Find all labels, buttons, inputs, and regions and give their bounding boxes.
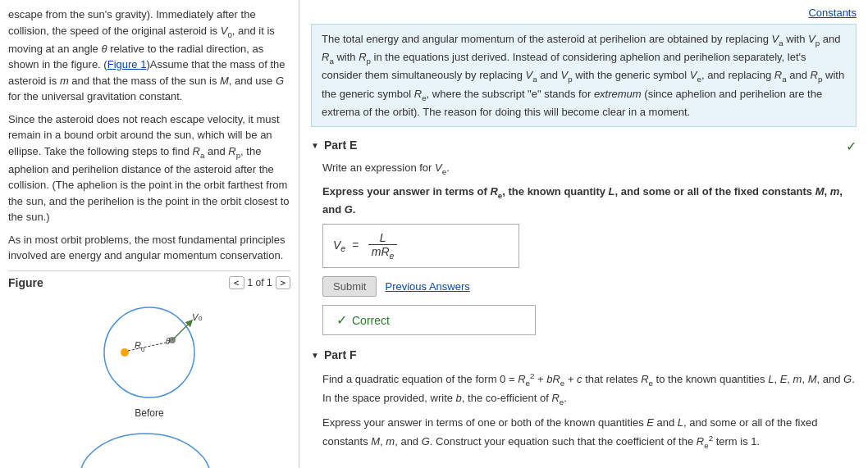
svg-point-0: [104, 307, 194, 398]
part-e-content: Write an expression for Ve. Express your…: [311, 160, 857, 335]
part-e-answer-math: Ve = L mRe: [333, 231, 397, 261]
part-e-label: Part E: [324, 139, 357, 152]
before-diagram: R 0 V 0 θ Before: [59, 299, 240, 419]
before-label: Before: [135, 407, 163, 419]
figure-label: Figure: [8, 276, 43, 289]
svg-point-10: [80, 434, 211, 468]
part-f-header[interactable]: ▼ Part F: [311, 348, 857, 361]
right-panel: Constants The total energy and angular m…: [299, 0, 868, 468]
info-text: The total energy and angular momentum of…: [322, 33, 844, 118]
correct-label: Correct: [352, 314, 390, 327]
part-f-text1: Find a quadratic equation of the form 0 …: [322, 370, 857, 408]
part-f-content: Find a quadratic equation of the form 0 …: [311, 370, 857, 452]
previous-answers-link[interactable]: Previous Answers: [385, 280, 469, 293]
figure-next-button[interactable]: >: [276, 276, 290, 289]
part-e-header[interactable]: ▼ Part E: [311, 139, 357, 152]
part-f-triangle: ▼: [311, 351, 319, 360]
svg-text:0: 0: [199, 315, 203, 322]
left-para-3: As in most orbit problems, the most fund…: [8, 232, 290, 264]
left-para-2: Since the asteroid does not reach escape…: [8, 111, 290, 225]
submit-button[interactable]: Submit: [322, 276, 377, 297]
svg-point-1: [121, 348, 129, 357]
after-svg: R p R a: [59, 425, 240, 468]
part-f-label: Part F: [324, 348, 357, 361]
constants-link-container: Constants: [311, 7, 857, 19]
part-e-checkmark: ✓: [846, 139, 857, 154]
left-para-1: escape from the sun's gravity). Immediat…: [8, 7, 290, 105]
svg-line-6: [172, 322, 190, 340]
part-e-header-row: ▼ Part E ✓: [311, 139, 857, 160]
part-e-question: Write an expression for Ve.: [322, 160, 857, 178]
figure-header: Figure < 1 of 1 >: [8, 270, 290, 293]
after-diagram: R p R a After: [59, 425, 240, 468]
part-f-text2: Express your answer in terms of one or b…: [322, 415, 857, 452]
part-e-express: Express your answer in terms of Re, the …: [322, 184, 857, 218]
part-e-triangle: ▼: [311, 141, 319, 150]
figure-container: R 0 V 0 θ Before: [8, 293, 290, 468]
left-panel: escape from the sun's gravity). Immediat…: [0, 0, 299, 468]
constants-link[interactable]: Constants: [808, 7, 857, 19]
figure-link[interactable]: Figure 1: [107, 58, 147, 70]
figure-prev-button[interactable]: <: [229, 276, 244, 289]
part-f-section: ▼ Part F Find a quadratic equation of th…: [311, 348, 857, 452]
part-e-section: ▼ Part E ✓ Write an expression for Ve. E…: [311, 139, 857, 335]
correct-check-icon: ✓: [336, 312, 347, 328]
part-e-buttons-row: Submit Previous Answers: [322, 276, 857, 297]
before-svg: R 0 V 0 θ: [59, 299, 240, 406]
figure-navigation[interactable]: < 1 of 1 >: [229, 276, 290, 289]
figure-page: 1 of 1: [248, 277, 272, 289]
part-e-answer-box: Ve = L mRe: [322, 224, 519, 268]
info-box: The total energy and angular momentum of…: [311, 24, 857, 127]
svg-text:θ: θ: [166, 337, 171, 346]
correct-badge: ✓ Correct: [322, 305, 536, 335]
